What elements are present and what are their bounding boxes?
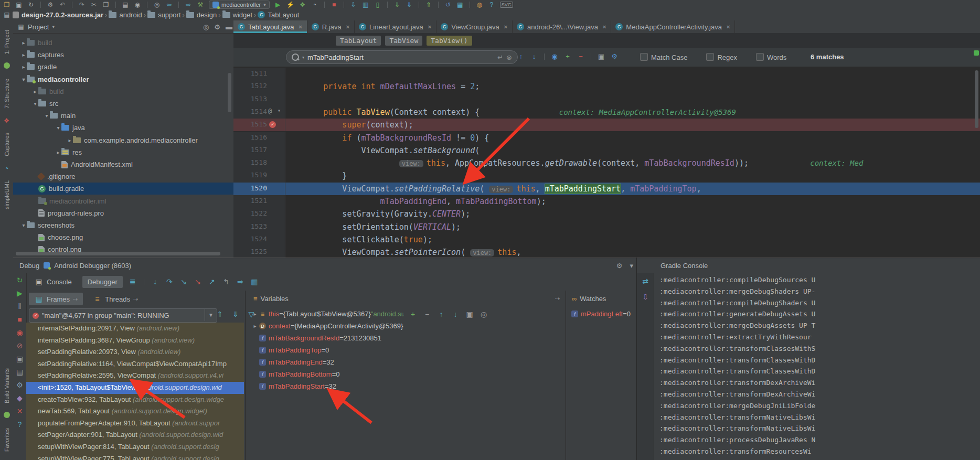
expand-arrow-icon[interactable]: ▸	[67, 137, 73, 143]
debug-tab-debugger[interactable]: Debugger	[82, 276, 123, 288]
tab-pin-icon[interactable]: ⇢	[73, 296, 78, 303]
tab-tablayout-java[interactable]: CTabLayout.java✕	[233, 20, 307, 33]
save-all-icon[interactable]: ▣	[15, 1, 23, 8]
step-out-icon[interactable]: ↗	[207, 277, 217, 286]
analyze-icon[interactable]: ◍	[476, 1, 483, 8]
variable-row-mTabPaddingBottom[interactable]: fmTabPaddingBottom = 0	[252, 368, 561, 380]
breakpoint-icon[interactable]: ✓	[269, 121, 276, 128]
close-tab-icon[interactable]: ✕	[346, 24, 350, 30]
code-text[interactable]: }	[285, 169, 980, 182]
variable-row-mTabPaddingEnd[interactable]: fmTabPaddingEnd = 32	[252, 356, 561, 368]
vcs-commit-icon[interactable]: ⇑	[425, 1, 432, 8]
stack-frame-row[interactable]: setupWithViewPager:814, TabLayout (andro…	[26, 441, 244, 453]
tree-item-mediacontroller-iml[interactable]: mediacontroller.iml	[13, 195, 234, 207]
code-text[interactable]: setOrientation(VERTICAL);	[285, 221, 980, 233]
gutter-1511[interactable]: 1511	[233, 68, 285, 80]
gutter-1515[interactable]: 1515✓	[233, 119, 285, 131]
gutter-1512[interactable]: 1512	[233, 80, 285, 93]
run-configuration-selector[interactable]: mediacontroller ▾	[209, 1, 270, 9]
stripe-tab-build-variants[interactable]: Build Variants	[4, 368, 10, 403]
gutter-1521[interactable]: 1521	[233, 195, 285, 208]
back-icon[interactable]: ⇦	[165, 1, 173, 8]
view-options-icon[interactable]: ◎	[479, 310, 488, 318]
gutter-1523[interactable]: 1523	[233, 221, 285, 233]
stack-frame-row[interactable]: <init>:1520, TabLayout$TabView (android.…	[26, 382, 244, 394]
stop-debug-icon[interactable]: ■	[15, 315, 25, 324]
editor-scrollbar[interactable]	[975, 70, 978, 128]
restore-layout-lines-icon[interactable]: ≣	[128, 277, 137, 286]
code-line-1522[interactable]: 1522setGravity(Gravity.CENTER);	[233, 208, 980, 220]
restore-layout-icon[interactable]: ▤	[15, 368, 25, 376]
nav-menu-icon[interactable]: ▤	[3, 11, 10, 18]
collapse-arrow-icon[interactable]: ▾	[20, 222, 27, 228]
stack-frame-row[interactable]: setPagerAdapter:901, TabLayout (android.…	[26, 429, 244, 441]
breadcrumb-chip-tabview[interactable]: TabView	[385, 36, 422, 46]
redo-icon[interactable]: ↷	[78, 1, 86, 8]
breadcrumb-item[interactable]: support	[147, 11, 180, 19]
back-history-icon[interactable]: ↺	[444, 1, 452, 8]
toggle-match-case[interactable]: Match Case	[640, 53, 687, 61]
tree-item-androidmanifest-xml[interactable]: AndroidManifest.xml	[13, 158, 234, 170]
gutter-1514[interactable]: 1514@▾	[233, 106, 285, 119]
forward-icon[interactable]: ⇨	[185, 1, 192, 8]
gutter-1517[interactable]: 1517	[233, 144, 285, 157]
resume-icon[interactable]: ▶	[15, 289, 25, 297]
gutter-1518[interactable]: 1518	[233, 157, 285, 169]
project-vertical-scrollbar[interactable]	[228, 73, 231, 112]
code-text[interactable]: if (mTabBackgroundResId != 0) {	[285, 132, 980, 144]
collapse-arrow-icon[interactable]: ▾	[55, 125, 61, 131]
sdk-manager-icon[interactable]: ⇓	[393, 1, 401, 8]
avd-manager-icon[interactable]: ▯	[374, 1, 381, 8]
debug-header-hide-icon[interactable]: ▾	[630, 262, 633, 270]
watches-divider[interactable]	[566, 291, 566, 460]
build-hammer-icon[interactable]: ⚒	[197, 1, 204, 8]
close-tab-icon[interactable]: ✕	[298, 24, 302, 30]
stack-frame-row[interactable]: setPaddingRelative:1164, ViewCompat$View…	[26, 358, 244, 370]
gutter-1520[interactable]: 1520	[233, 183, 285, 195]
stack-frame-row[interactable]: setupWithViewPager:775, TabLayout (andro…	[26, 453, 244, 460]
replace-icon[interactable]: ◎	[153, 1, 161, 8]
paste-icon[interactable]: ▤	[122, 1, 129, 8]
variable-row-context[interactable]: ▸Dcontext = {MediaAppControllerActivity@…	[252, 320, 561, 332]
drop-frame-icon[interactable]: ↰	[221, 277, 231, 286]
thread-selector[interactable]: ✓ "main"@4,677 in group "main": RUNNING …	[29, 308, 217, 323]
sync-icon[interactable]: ↻	[27, 1, 35, 8]
expand-arrow-icon[interactable]: ▸	[20, 52, 27, 58]
select-occurrences-icon[interactable]: ▣	[597, 52, 605, 60]
search-history-chevron-icon[interactable]: ▾	[302, 55, 304, 60]
tree-item-build-gradle[interactable]: Gbuild.gradle	[13, 183, 234, 195]
variable-row-mTabBackgroundResId[interactable]: fmTabBackgroundResId = 2131230851	[252, 332, 561, 344]
add-occurrence-icon[interactable]: +	[563, 52, 572, 60]
duplicate-icon[interactable]: ▣	[465, 310, 474, 318]
code-line-1511[interactable]: 1511	[233, 68, 980, 80]
close-debug-icon[interactable]: ✕	[15, 407, 25, 415]
find-in-selection-icon[interactable]: ◉	[550, 52, 559, 60]
apply-changes-icon[interactable]: ⚡	[286, 1, 294, 8]
tree-item-build[interactable]: ▸build	[13, 85, 234, 98]
profile-icon[interactable]: ◔	[311, 1, 318, 8]
breadcrumb-item[interactable]: design-27.0.2-sources.jar	[13, 11, 103, 19]
checkbox-icon[interactable]	[640, 53, 648, 61]
view-tab-threads[interactable]: ≡Threads⇢	[87, 293, 143, 305]
gutter-1522[interactable]: 1522	[233, 208, 285, 220]
thread-dump-icon[interactable]: ▣	[15, 355, 25, 363]
breadcrumb-item[interactable]: CTabLayout	[258, 11, 299, 19]
gutter-1513[interactable]: 1513	[233, 93, 285, 106]
variable-row-mTabPaddingStart[interactable]: fmTabPaddingStart = 32	[252, 380, 561, 392]
inspection-status-icon[interactable]	[974, 50, 979, 56]
breadcrumb-chip-tablayout[interactable]: TabLayout	[336, 36, 381, 46]
gutter-1525[interactable]: 1525	[233, 246, 285, 258]
close-tab-icon[interactable]: ✕	[504, 24, 508, 30]
android-monitor-icon[interactable]: ▥	[362, 1, 369, 8]
project-horizontal-scrollbar[interactable]	[16, 252, 220, 255]
locate-file-icon[interactable]: ◎	[203, 23, 209, 31]
search-input[interactable]: ▾ mTabPaddingStart ↵ ⊗	[286, 50, 518, 64]
tree-item-java[interactable]: ▾java	[13, 122, 234, 134]
pin-icon[interactable]: ◆	[15, 394, 25, 402]
code-text[interactable]: ViewCompat.setBackground(	[285, 144, 980, 157]
undo-icon[interactable]: ↶	[59, 1, 66, 8]
code-line-1512[interactable]: 1512private int mDefaultMaxLines = 2;	[233, 80, 980, 93]
step-into-icon[interactable]: ↘	[179, 277, 188, 286]
vcs-update-icon[interactable]: ⇓	[406, 1, 413, 8]
stack-frame-row[interactable]: internalSetPadding:20917, View (android.…	[26, 323, 244, 335]
